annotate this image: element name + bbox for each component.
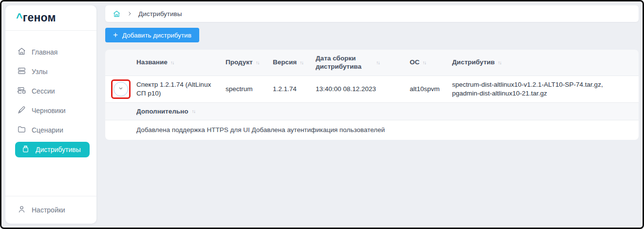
cell-name: Спектр 1.2.1.74 (AltLinux СП p10): [136, 76, 226, 102]
sidebar-item-label: Черновики: [32, 107, 66, 114]
sort-icon[interactable]: ↑↓: [376, 60, 379, 65]
logo-word: геном: [23, 11, 56, 24]
sidebar-nav: Главная Узлы Сессии Черновики Сценарии Д…: [5, 31, 96, 196]
app-window: ^геном Главная Узлы Сессии Черновики Сце…: [0, 0, 644, 229]
sidebar-item-sessions[interactable]: Сессии: [5, 81, 92, 101]
home-icon: [17, 47, 26, 57]
main-content: Дистрибутивы + Добавить дистрибутив Назв…: [105, 5, 639, 224]
sort-icon[interactable]: ↑↓: [422, 60, 426, 65]
sort-icon[interactable]: ↑↓: [170, 60, 174, 65]
column-header-build-date: Дата сборки дистрибутива ↑↓: [316, 55, 410, 71]
distributions-icon: [21, 144, 30, 155]
table-header-row: Название ↑↓ Продукт ↑↓ Версия ↑↓ Дата сб…: [105, 50, 639, 76]
column-header-os: ОС ↑↓: [410, 58, 452, 67]
cell-distribution: spectrum-dist-altlinux10-v1.2.1-ALT10-SP…: [452, 76, 639, 102]
sort-icon[interactable]: ↑↓: [300, 60, 303, 65]
sort-icon[interactable]: ↑↓: [192, 109, 195, 114]
sidebar-item-label: Настройки: [32, 206, 65, 214]
cell-build-date: 13:40:00 08.12.2023: [316, 81, 410, 97]
cell-os: alt10spvm: [410, 81, 452, 97]
cell-version: 1.2.1.74: [273, 81, 316, 97]
sidebar: ^геном Главная Узлы Сессии Черновики Сце…: [5, 5, 96, 224]
sessions-icon: [17, 86, 26, 96]
cell-product: spectrum: [226, 81, 273, 97]
nodes-icon: [17, 66, 26, 77]
column-header-product: Продукт ↑↓: [226, 58, 273, 67]
sort-icon[interactable]: ↑↓: [498, 60, 501, 65]
sidebar-item-label: Дистрибутивы: [36, 146, 81, 153]
expand-cell: [105, 76, 136, 102]
column-header-name: Название ↑↓: [136, 58, 226, 67]
drafts-icon: [17, 105, 26, 116]
plus-icon: +: [113, 31, 118, 39]
logo: ^геном: [5, 5, 96, 31]
sidebar-item-home[interactable]: Главная: [5, 42, 92, 62]
sidebar-footer: Настройки: [5, 196, 96, 224]
breadcrumb-current: Дистрибутивы: [138, 10, 182, 18]
column-header-distribution: Дистрибутив ↑↓: [452, 58, 639, 67]
expand-row-button[interactable]: [114, 82, 128, 96]
sidebar-item-label: Сценарии: [32, 126, 63, 134]
sidebar-item-label: Сессии: [32, 87, 55, 95]
chevron-right-icon: [127, 11, 133, 17]
add-distribution-button[interactable]: + Добавить дистрибутив: [105, 28, 199, 42]
expanded-section-header: Дополнительно ↑↓: [105, 103, 639, 120]
sidebar-item-drafts[interactable]: Черновики: [5, 101, 92, 120]
person-icon: [17, 205, 26, 215]
sort-icon[interactable]: ↑↓: [256, 60, 259, 65]
distributions-table: Название ↑↓ Продукт ↑↓ Версия ↑↓ Дата сб…: [105, 50, 639, 140]
sidebar-item-scenarios[interactable]: Сценарии: [5, 120, 92, 140]
sidebar-item-label: Главная: [32, 48, 57, 56]
scenarios-icon: [17, 125, 26, 135]
chevron-down-icon: [117, 85, 124, 94]
column-header-version: Версия ↑↓: [273, 58, 316, 67]
logo-caret: ^: [16, 11, 23, 24]
sidebar-item-distributions[interactable]: Дистрибутивы: [15, 142, 90, 157]
table-row: Спектр 1.2.1.74 (AltLinux СП p10) spectr…: [105, 76, 639, 103]
logo-text: ^геном: [16, 11, 56, 24]
expanded-section-row: Добавлена поддержка HTTPS для UI Добавле…: [105, 120, 639, 140]
add-distribution-label: Добавить дистрибутив: [122, 32, 191, 39]
sidebar-item-label: Узлы: [32, 68, 48, 76]
breadcrumb-home-icon[interactable]: [113, 10, 121, 18]
breadcrumb: Дистрибутивы: [105, 5, 639, 22]
sidebar-item-nodes[interactable]: Узлы: [5, 62, 92, 81]
toolbar: + Добавить дистрибутив: [105, 28, 639, 42]
expanded-section-content: Добавлена поддержка HTTPS для UI Добавле…: [136, 126, 385, 134]
sidebar-item-settings[interactable]: Настройки: [5, 196, 92, 224]
